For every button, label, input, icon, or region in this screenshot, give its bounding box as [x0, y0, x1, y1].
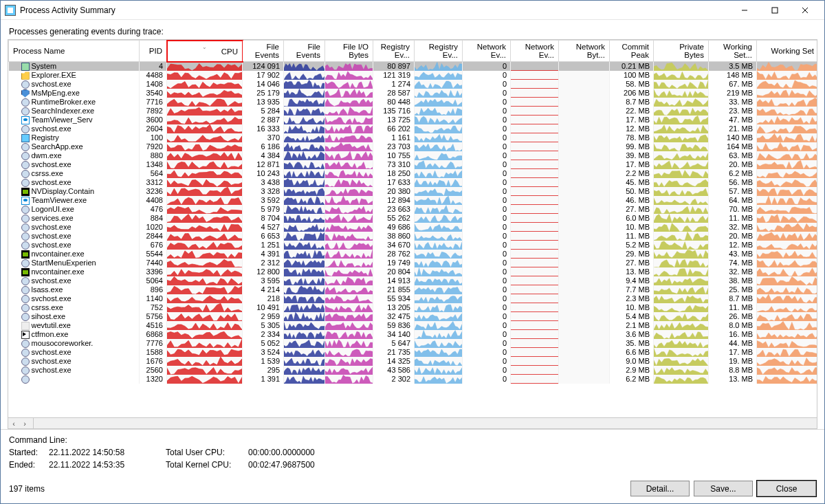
cpu-spark — [167, 62, 243, 72]
table-row[interactable]: SearchIndexer.exe78925 284135 716022. MB… — [9, 107, 818, 116]
file-events-cell: 370 — [243, 133, 284, 142]
table-row[interactable]: svchost.exe256029543 58602.9 MB8.8 MB — [9, 366, 818, 375]
table-row[interactable]: svchost.exe134812 87173 310017. MB20. MB — [9, 160, 818, 169]
network-spark — [511, 294, 559, 303]
col-cpu[interactable]: ⌄CPU — [167, 41, 243, 62]
table-row[interactable]: nvcontainer.exe339612 80020 804013. MB32… — [9, 267, 818, 276]
file-events-spark — [284, 366, 325, 375]
total-kernel-cpu-value: 00:02:47.9687500 — [248, 460, 315, 470]
col-network-events[interactable]: Network Ev... — [463, 41, 511, 62]
table-row[interactable]: svchost.exe140814 0461 274058. MB67. MB — [9, 80, 818, 89]
scroll-left-icon[interactable]: ‹ — [8, 419, 19, 428]
col-file-io-bytes[interactable]: File I/O Bytes — [325, 41, 373, 62]
minimize-button[interactable] — [729, 1, 760, 19]
close-button[interactable] — [790, 1, 820, 19]
ended-value: 22.11.2022 14:53:35 — [49, 460, 138, 470]
maximize-button[interactable] — [760, 1, 790, 19]
file-io-spark — [325, 80, 373, 89]
file-events-spark — [284, 187, 325, 196]
table-row[interactable]: lsass.exe8964 21421 85507.7 MB25. MB — [9, 285, 818, 294]
table-row[interactable]: NVDisplay.Contain32363 32820 380050. MB5… — [9, 187, 818, 196]
table-row[interactable]: sihost.exe57562 95932 47505.4 MB26. MB — [9, 312, 818, 321]
process-name: svchost.exe — [32, 160, 72, 169]
table-row[interactable]: nvcontainer.exe55444 39128 762029. MB43.… — [9, 250, 818, 259]
col-process-name[interactable]: Process Name — [9, 41, 140, 62]
table-row[interactable]: StartMenuExperien74402 31219 749027. MB7… — [9, 259, 818, 267]
tv-icon — [21, 116, 30, 124]
file-events-cell: 5 052 — [243, 339, 284, 348]
table-row[interactable]: svchost.exe10204 52749 686010. MB32. MB — [9, 223, 818, 232]
file-events-spark — [284, 339, 325, 348]
table-row[interactable]: csrss.exe75210 49113 205010. MB11. MB — [9, 303, 818, 312]
col-network-bytes[interactable]: Network Byt... — [559, 41, 610, 62]
network-bytes-cell — [559, 232, 610, 241]
table-row[interactable]: svchost.exe6761 25134 67005.2 MB12. MB — [9, 241, 818, 250]
table-row[interactable]: TeamViewer.exe44083 59212 894046. MB64. … — [9, 196, 818, 205]
table-row[interactable]: Explorer.EXE448817 902121 3190100 MB148 … — [9, 71, 818, 80]
private-bytes-spark — [654, 303, 709, 312]
close-dialog-button[interactable]: Close — [757, 481, 816, 496]
table-row[interactable]: SearchApp.exe79206 18623 703099. MB164 M… — [9, 142, 818, 151]
detail-button[interactable]: Detail... — [630, 481, 690, 496]
registry-events-cell: 34 140 — [373, 330, 415, 339]
col-private-bytes[interactable]: Private Bytes — [654, 41, 709, 62]
table-row[interactable]: svchost.exe33123 43817 633045. MB56. MB — [9, 178, 818, 187]
col-registry-events-spark[interactable]: Registry Ev... — [415, 41, 463, 62]
scroll-right-icon[interactable]: › — [19, 419, 30, 428]
table-row[interactable]: svchost.exe28446 65338 860011. MB20. MB — [9, 232, 818, 241]
registry-spark — [415, 142, 463, 151]
network-events-cell: 0 — [463, 89, 511, 98]
table-row[interactable]: svchost.exe16761 53914 32509.0 MB19. MB — [9, 357, 818, 366]
network-events-cell: 0 — [463, 160, 511, 169]
private-bytes-spark — [654, 357, 709, 366]
table-row[interactable]: svchost.exe260416 33366 202012. MB21. MB — [9, 124, 818, 133]
col-file-events[interactable]: File Events — [243, 41, 284, 62]
col-registry-events[interactable]: Registry Ev... — [373, 41, 415, 62]
col-commit-peak[interactable]: Commit Peak — [610, 41, 654, 62]
working-set-cell: 25. MB — [709, 285, 757, 294]
pid-cell: 4488 — [140, 71, 167, 80]
table-row[interactable]: LogonUI.exe4765 97923 663027. MB70. MB — [9, 205, 818, 214]
process-table[interactable]: Process Name PID ⌄CPU File Events File E… — [8, 39, 817, 418]
network-spark — [511, 196, 559, 205]
registry-events-cell: 20 804 — [373, 267, 415, 276]
table-row[interactable]: svchost.exe50643 59514 91309.4 MB38. MB — [9, 276, 818, 285]
table-row[interactable]: MsMpEng.exe354025 17928 5870206 MB219 MB — [9, 89, 818, 98]
registry-spark — [415, 267, 463, 276]
col-working-set[interactable]: Working Set... — [709, 41, 757, 62]
col-working-set-2[interactable]: Working Set — [757, 41, 818, 62]
table-row[interactable]: 13201 3912 30206.2 MB13. MB — [9, 375, 818, 384]
table-row[interactable]: wevtutil.exe45165 30559 83602.1 MB8.0 MB — [9, 321, 818, 330]
col-file-events-spark[interactable]: File Events — [284, 41, 325, 62]
col-pid[interactable]: PID — [140, 41, 167, 62]
table-row[interactable]: svchost.exe114021855 93402.3 MB8.7 MB — [9, 294, 818, 303]
table-row[interactable]: ctfmon.exe68682 33434 14003.6 MB16. MB — [9, 330, 818, 339]
registry-events-cell: 23 663 — [373, 205, 415, 214]
pid-cell: 7776 — [140, 339, 167, 348]
table-row[interactable]: mousocoreworker.77765 0525 647035. MB44.… — [9, 339, 818, 348]
private-bytes-spark — [654, 151, 709, 160]
table-row[interactable]: System4124 09180 89700.21 MB3.5 MB — [9, 62, 818, 72]
pid-cell: 7716 — [140, 98, 167, 107]
horizontal-scrollbar[interactable]: ‹ › — [8, 418, 817, 429]
network-events-cell: 0 — [463, 232, 511, 241]
table-row[interactable]: Registry1003701 161078. MB140 MB — [9, 133, 818, 142]
col-network-events-spark[interactable]: Network Ev... — [511, 41, 559, 62]
table-row[interactable]: csrss.exe56410 24318 25002.2 MB6.2 MB — [9, 169, 818, 178]
header-row[interactable]: Process Name PID ⌄CPU File Events File E… — [9, 41, 818, 62]
registry-spark — [415, 151, 463, 160]
process-name: nvcontainer.exe — [32, 250, 85, 259]
save-button[interactable]: Save... — [694, 481, 753, 496]
table-row[interactable]: dwm.exe8804 38410 755039. MB63. MB — [9, 151, 818, 160]
table-row[interactable]: RuntimeBroker.exe771613 93580 44808.7 MB… — [9, 98, 818, 107]
network-bytes-cell — [559, 250, 610, 259]
pid-cell: 2560 — [140, 366, 167, 375]
working-set-spark — [757, 232, 818, 241]
titlebar[interactable]: Process Activity Summary — [1, 1, 824, 20]
pid-cell: 3540 — [140, 89, 167, 98]
table-row[interactable]: services.exe8848 70455 26206.0 MB11. MB — [9, 214, 818, 223]
table-row[interactable]: svchost.exe15883 52421 73506.6 MB17. MB — [9, 348, 818, 357]
table-row[interactable]: TeamViewer_Serv36002 88713 725017. MB47.… — [9, 116, 818, 124]
pid-cell: 884 — [140, 214, 167, 223]
working-set-cell: 21. MB — [709, 124, 757, 133]
